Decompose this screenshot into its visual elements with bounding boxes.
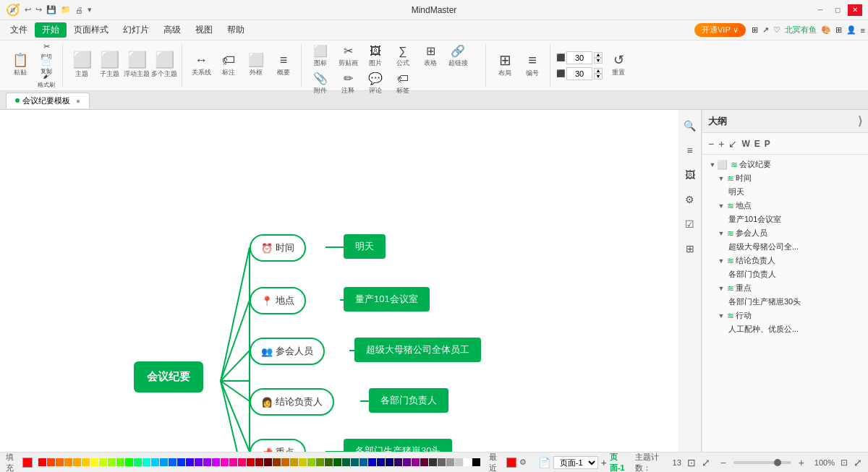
width-input[interactable] bbox=[566, 51, 592, 64]
note-button[interactable]: ✏ 注释 bbox=[335, 71, 361, 97]
fit-screen-icon[interactable]: ⊡ bbox=[687, 457, 696, 468]
palette-color[interactable] bbox=[142, 458, 150, 466]
height-up-button[interactable]: ▲ bbox=[594, 68, 603, 74]
fill-swatch[interactable] bbox=[22, 458, 33, 468]
format-painter-button[interactable]: 🖌 格式刷 bbox=[35, 74, 58, 87]
branch-node-location[interactable]: 📍 地点 bbox=[250, 287, 306, 314]
plugin-icon[interactable]: ⊞ bbox=[835, 25, 842, 35]
outline-toggle-time[interactable]: ▼ bbox=[717, 174, 726, 183]
tag-button[interactable]: 🏷 标签 bbox=[390, 71, 416, 97]
menu-slideshow[interactable]: 幻灯片 bbox=[116, 22, 156, 38]
expand-icon[interactable]: ⤢ bbox=[854, 457, 862, 468]
palette-color[interactable] bbox=[56, 458, 64, 466]
menu-view[interactable]: 视图 bbox=[188, 22, 220, 38]
quick-access-more[interactable]: ▾ bbox=[88, 5, 92, 14]
palette-color[interactable] bbox=[333, 458, 341, 466]
branch-node-responsible[interactable]: 👩 结论负责人 bbox=[250, 388, 334, 416]
document-tab[interactable]: 会议纪要模板 ● bbox=[6, 93, 90, 108]
icon-button[interactable]: ⬜ 图标 bbox=[307, 43, 333, 69]
vip-button[interactable]: 开通VIP ∨ bbox=[694, 23, 746, 37]
check-col-icon[interactable]: ☑ bbox=[680, 214, 700, 234]
palette-color[interactable] bbox=[160, 458, 168, 466]
palette-color[interactable] bbox=[359, 458, 367, 466]
palette-color[interactable] bbox=[255, 458, 263, 466]
palette-color[interactable] bbox=[386, 458, 393, 466]
float-theme-button[interactable]: ⬜ 浮动主题 bbox=[124, 53, 150, 79]
palette-color[interactable] bbox=[446, 458, 454, 466]
palette-color[interactable] bbox=[438, 458, 446, 466]
close-button[interactable]: ✕ bbox=[848, 4, 862, 16]
outline-expand-all-button[interactable]: + bbox=[718, 138, 724, 150]
outline-item-responsible[interactable]: ▼ ≋ 结论负责人 bbox=[702, 254, 868, 267]
outline-item-room[interactable]: 量产101会议室 bbox=[702, 213, 868, 226]
paste-button[interactable]: 📋 粘贴 bbox=[7, 53, 33, 79]
leaf-node-key[interactable]: 各部门生产猪崽30头 bbox=[344, 439, 452, 452]
palette-color[interactable] bbox=[429, 458, 437, 466]
relation-button[interactable]: ↔ 关系线 bbox=[188, 53, 214, 79]
palette-color[interactable] bbox=[342, 458, 350, 466]
layout-button[interactable]: ⊞ 布局 bbox=[492, 53, 518, 79]
maximize-button[interactable]: ◻ bbox=[830, 4, 845, 16]
palette-color[interactable] bbox=[316, 458, 324, 466]
branch-node-attendees[interactable]: 👥 参会人员 bbox=[250, 338, 325, 365]
outline-w-button[interactable]: W bbox=[741, 139, 749, 149]
copy-button[interactable]: 📄 复制 bbox=[35, 59, 58, 72]
palette-color[interactable] bbox=[420, 458, 428, 466]
palette-color[interactable] bbox=[203, 458, 211, 466]
palette-color[interactable] bbox=[108, 458, 116, 466]
outline-sort-icon[interactable]: ↙ bbox=[728, 138, 737, 150]
outline-toggle-action[interactable]: ▼ bbox=[717, 312, 726, 320]
reset-size-button[interactable]: ↺ 重置 bbox=[605, 53, 631, 79]
palette-color[interactable] bbox=[472, 458, 480, 466]
palette-color[interactable] bbox=[394, 458, 402, 466]
outline-item-root[interactable]: ▼ ⬜ ≋ 会议纪要 bbox=[702, 158, 868, 171]
palette-color[interactable] bbox=[73, 458, 81, 466]
sub-theme-button[interactable]: ⬜ 子主题 bbox=[96, 53, 122, 79]
outline-toggle-key[interactable]: ▼ bbox=[717, 284, 726, 293]
height-down-button[interactable]: ▼ bbox=[594, 74, 603, 80]
palette-color[interactable] bbox=[403, 458, 411, 466]
palette-color[interactable] bbox=[290, 458, 298, 466]
fullscreen-icon[interactable]: ⤢ bbox=[702, 457, 710, 468]
palette-color[interactable] bbox=[82, 458, 90, 466]
palette-color[interactable] bbox=[351, 458, 359, 466]
export-icon[interactable]: ↗ bbox=[762, 25, 769, 35]
user-icon[interactable]: 👤 bbox=[846, 25, 856, 35]
height-input[interactable] bbox=[566, 67, 592, 80]
palette-color[interactable] bbox=[264, 458, 272, 466]
annotation-button[interactable]: 🏷 标注 bbox=[216, 53, 242, 79]
outline-item-key[interactable]: ▼ ≋ 重点 bbox=[702, 281, 868, 295]
tab-close-icon[interactable]: ● bbox=[76, 97, 80, 105]
outline-item-tomorrow[interactable]: 明天 bbox=[702, 185, 868, 199]
menu-icon[interactable]: ≡ bbox=[861, 26, 865, 35]
outline-item-company[interactable]: 超级大母猪公司全... bbox=[702, 240, 868, 254]
menu-advanced[interactable]: 高级 bbox=[156, 22, 188, 38]
mindmap-canvas[interactable]: 会议纪要 ⏰ 时间 明天 📍 地点 量产101会议室 👥 参会人员 超级大母猪公… bbox=[0, 110, 678, 452]
theme-button[interactable]: ⬜ 主题 bbox=[69, 53, 95, 79]
palette-color[interactable] bbox=[221, 458, 229, 466]
palette-color[interactable] bbox=[47, 458, 55, 466]
palette-color[interactable] bbox=[177, 458, 185, 466]
skin-icon[interactable]: 🎨 bbox=[821, 25, 831, 35]
outline-toggle-location[interactable]: ▼ bbox=[717, 202, 726, 210]
comment-button[interactable]: 💬 评论 bbox=[362, 71, 388, 97]
outline-collapse-button[interactable]: ⟩ bbox=[858, 114, 862, 128]
menu-file[interactable]: 文件 bbox=[3, 22, 35, 38]
leaf-node-time[interactable]: 明天 bbox=[344, 234, 386, 259]
palette-color[interactable] bbox=[307, 458, 315, 466]
outline-toggle-responsible[interactable]: ▼ bbox=[717, 257, 726, 265]
palette-color[interactable] bbox=[229, 458, 237, 466]
summary-button[interactable]: ≡ 概要 bbox=[271, 53, 297, 79]
beian-link[interactable]: 北冥有鱼 bbox=[785, 25, 817, 35]
palette-color[interactable] bbox=[38, 458, 46, 466]
numbering-button[interactable]: ≡ 编号 bbox=[519, 53, 545, 79]
quick-access-redo[interactable]: ↪ bbox=[35, 5, 42, 14]
recent-color-1[interactable] bbox=[506, 458, 516, 468]
palette-color[interactable] bbox=[273, 458, 281, 466]
leaf-node-attendees[interactable]: 超级大母猪公司全体员工 bbox=[354, 338, 481, 362]
branch-node-key[interactable]: 📌 重点 bbox=[250, 439, 306, 452]
branch-node-time[interactable]: ⏰ 时间 bbox=[250, 234, 306, 262]
palette-color[interactable] bbox=[134, 458, 142, 466]
outline-item-attendees[interactable]: ▼ ≋ 参会人员 bbox=[702, 226, 868, 240]
palette-color[interactable] bbox=[368, 458, 376, 466]
